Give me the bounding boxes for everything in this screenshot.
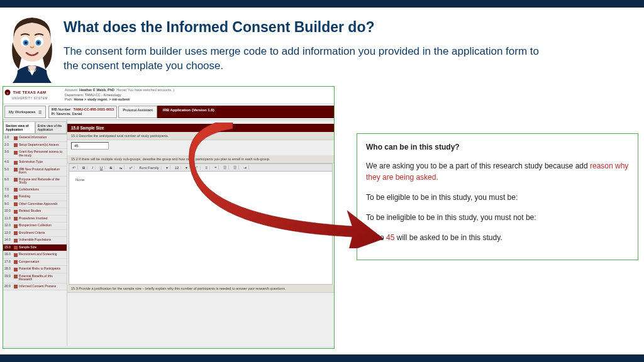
list-ol-button[interactable]: ☰	[231, 165, 239, 170]
quote-button[interactable]: ❝	[213, 165, 219, 170]
tab-irb-application[interactable]: IRB Application (Version 1.0)	[157, 106, 334, 118]
menu-icon: ☰	[38, 110, 42, 114]
sidebar-item[interactable]: 13.0Enrollment Criteria	[3, 230, 67, 238]
tab-protocol-assistant[interactable]: Protocol Assistant	[118, 106, 157, 118]
sidebar-item[interactable]: 12.0Biospecimen Collection	[3, 222, 67, 230]
sidebar-item[interactable]: 15.0Sample Size	[3, 244, 67, 252]
presenter-avatar	[5, 14, 58, 83]
sidebar: Section view of Application Entire view …	[3, 120, 67, 346]
consent-preview: Who can be in this study? We are asking …	[357, 133, 638, 260]
tab-entire-view[interactable]: Entire view of the Application	[35, 121, 67, 134]
app-screenshot-panel: T THE TEXAS A&M UNIVERSITY SYSTEM Accoun…	[3, 86, 335, 349]
superscript-button[interactable]: x²	[127, 166, 135, 170]
italic-button[interactable]: I	[90, 166, 96, 170]
sidebar-item[interactable]: 16.0Recruitment and Screening	[3, 251, 67, 259]
doc-icon	[14, 136, 18, 140]
main-panel: 15.0 Sample Size 15.1 Describe the antic…	[67, 120, 334, 346]
consent-heading: Who can be in this study?	[366, 141, 629, 153]
page-subtitle: The consent form builder uses merge code…	[64, 45, 541, 74]
sidebar-item[interactable]: 9.0Other Committee Approvals	[3, 201, 67, 209]
page-title: What does the Informed Consent Builder d…	[64, 19, 636, 36]
doc-icon	[14, 161, 18, 165]
sidebar-item[interactable]: 17.0Compensation	[3, 259, 67, 266]
strike-button[interactable]: S	[108, 166, 114, 170]
richtext-body[interactable]: None	[69, 172, 333, 285]
account-info: Account: Heather E Webb, PhD Home( You h…	[62, 87, 334, 104]
tab-section-view[interactable]: Section view of Application	[3, 121, 35, 134]
list-button[interactable]: ☰	[221, 165, 229, 170]
doc-icon	[14, 178, 18, 182]
indent-button[interactable]: ⇥	[242, 165, 249, 170]
doc-icon	[14, 268, 18, 272]
doc-icon	[14, 260, 18, 264]
doc-icon	[14, 285, 18, 288]
doc-icon	[14, 239, 18, 243]
undo-icon[interactable]: ↶	[70, 165, 78, 170]
sidebar-item[interactable]: 3.0Grant Key Personnel access to the stu…	[3, 149, 67, 159]
svg-text:T: T	[6, 92, 8, 95]
bottom-bar	[0, 354, 644, 362]
doc-icon	[14, 231, 18, 235]
sample-size-input[interactable]: 45	[71, 142, 109, 150]
doc-icon	[14, 275, 18, 278]
doc-icon	[14, 202, 18, 206]
workspaces-button[interactable]: My Workspaces☰	[4, 106, 46, 118]
doc-icon	[14, 253, 18, 257]
consent-p2: To be eligible to be in this study, you …	[366, 192, 629, 203]
sidebar-item[interactable]: 7.0Collaborations	[3, 187, 67, 194]
top-bar	[0, 0, 644, 8]
doc-icon	[14, 168, 18, 172]
align-button[interactable]: ≡	[203, 166, 210, 170]
sidebar-item[interactable]: 11.0Procedures Involved	[3, 216, 67, 223]
section-header: 15.0 Sample Size	[67, 124, 334, 132]
svg-point-5	[25, 41, 27, 44]
doc-icon	[14, 210, 18, 214]
font-size-select[interactable]: 12	[173, 166, 182, 170]
font-family-select[interactable]: Font Family	[137, 166, 161, 170]
doc-icon	[14, 143, 18, 147]
doc-icon	[14, 188, 18, 192]
question-15-2: 15.2 If there will be multiple study sub…	[67, 155, 334, 163]
sidebar-item[interactable]: 18.0Potential Risks to Participants	[3, 266, 67, 273]
doc-icon	[14, 217, 18, 221]
sidebar-item[interactable]: 1.0General Information	[3, 134, 67, 142]
consent-p3: To be ineligible to be in this study, yo…	[366, 212, 629, 223]
sidebar-item[interactable]: 2.0Setup Department(s) Access	[3, 142, 67, 150]
sidebar-item[interactable]: 4.0Submission Type	[3, 159, 67, 167]
merge-count: 45	[386, 233, 394, 242]
underline-button[interactable]: U	[98, 166, 105, 170]
bold-button[interactable]: B	[80, 166, 87, 170]
sidebar-item[interactable]: 6.0Purpose and Rationale of the Study	[3, 177, 67, 187]
sidebar-item[interactable]: 8.0Funding	[3, 194, 67, 201]
sidebar-item[interactable]: 14.0Vulnerable Populations	[3, 237, 67, 244]
question-15-1: 15.1 Describe the anticipated total numb…	[67, 132, 334, 140]
consent-p4: Up to 45 will be asked to be in this stu…	[366, 232, 629, 243]
sidebar-item[interactable]: 10.0Related Studies	[3, 208, 67, 216]
doc-icon	[14, 195, 18, 199]
org-logo: T THE TEXAS A&M UNIVERSITY SYSTEM	[3, 87, 62, 104]
question-15-3: 15.3 Provide a justification for the sam…	[67, 285, 334, 293]
doc-icon	[14, 224, 18, 228]
subscript-button[interactable]: x₂	[117, 165, 125, 170]
sidebar-item[interactable]: 5.0IRB New Protocol Application Form	[3, 167, 67, 177]
consent-p1: We are asking you to be a part of this r…	[366, 160, 629, 183]
color-button[interactable]: 🖊	[192, 166, 201, 170]
svg-point-6	[37, 41, 40, 44]
irb-info: IRB Number: TAMU-CC-IRB-2021-0013 PI: Ne…	[48, 106, 118, 118]
doc-icon	[14, 246, 18, 250]
sidebar-item[interactable]: 20.0Informed Consent Process	[3, 283, 67, 291]
sidebar-item[interactable]: 19.0Potential Benefits of this Research	[3, 273, 67, 283]
richtext-toolbar[interactable]: ↶ B I U S x₂ x² Font Family ▾ 12 ▾ 🖊 ≡ ❝…	[69, 163, 333, 172]
doc-icon	[14, 151, 18, 155]
